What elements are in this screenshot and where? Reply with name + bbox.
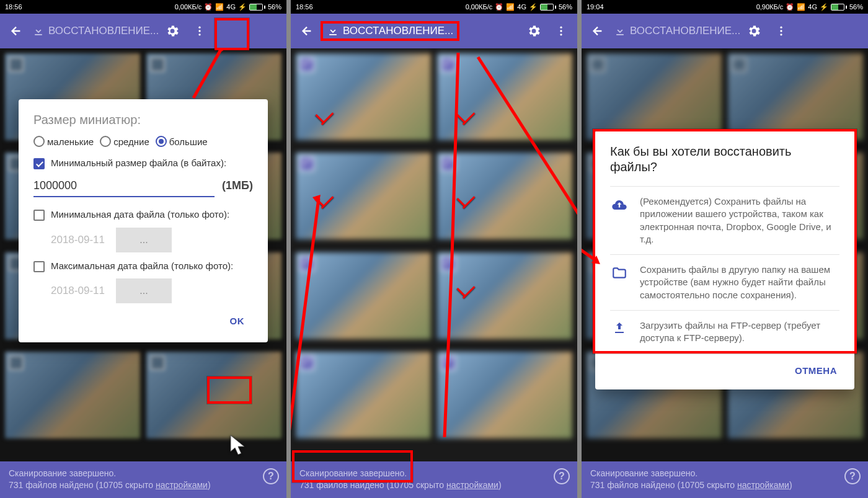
charge-icon: ⚡ [529, 3, 538, 11]
signal-icon: 4G [808, 3, 817, 11]
battery-icon [831, 4, 847, 11]
status-net: 0,00КБ/с [466, 3, 493, 11]
annotation-box-title: ВОССТАНОВЛЕНИЕ... [321, 21, 459, 41]
app-bar: ВОССТАНОВЛЕНИЕ... [582, 14, 868, 48]
footer-settings-link[interactable]: настройками [737, 480, 789, 490]
appbar-title-group[interactable]: ВОССТАНОВЛЕНИЕ... [614, 25, 740, 37]
label-maxdate: Максимальная дата файла (только фото): [51, 260, 233, 272]
overflow-button[interactable] [768, 17, 795, 45]
thumbnail-item[interactable] [296, 53, 431, 140]
alarm-icon: ⏰ [786, 3, 794, 11]
appbar-title: ВОССТАНОВЛЕНИЕ... [343, 25, 453, 37]
annotation-check [457, 195, 472, 210]
wifi-icon: 📶 [797, 3, 805, 11]
option-ftp[interactable]: Загрузить файлы на FTP-сервер (требует д… [610, 310, 839, 353]
annotation-check [316, 195, 330, 210]
radio-medium[interactable]: средние [100, 136, 149, 147]
radio-small[interactable]: маленькие [33, 136, 94, 147]
input-minsize[interactable] [33, 176, 215, 197]
annotation-check [457, 285, 472, 300]
footer-count: 731 файлов найдено [590, 480, 675, 490]
thumbnail-item[interactable] [437, 53, 572, 140]
settings-dialog: Размер миниатюр: маленькие средние больш… [19, 99, 268, 342]
overflow-button[interactable] [186, 17, 213, 45]
value-maxdate: 2018-09-11 [51, 285, 105, 297]
footer-count: 731 файлов найдено [299, 480, 384, 490]
screen-1: 18:56 0,00КБ/с ⏰ 📶 4G ⚡ 56% ВОССТАНОВЛЕН… [0, 0, 286, 498]
option-folder[interactable]: Сохранить файлы в другую папку на вашем … [610, 254, 839, 310]
battery-icon [249, 4, 265, 11]
radio-large[interactable]: большие [156, 136, 208, 147]
button-maxdate[interactable]: ... [116, 278, 172, 303]
wifi-icon: 📶 [215, 3, 224, 11]
svg-point-0 [199, 27, 201, 29]
option-cloud[interactable]: (Рекомендуется) Сохранить файлы на прило… [610, 186, 839, 254]
dialog-title: Как бы вы хотели восстановить файлы? [610, 144, 839, 175]
status-bar: 18:56 0,00КБ/с ⏰ 📶 4G ⚡ 56% [291, 0, 577, 14]
appbar-title: ВОССТАНОВЛЕНИЕ... [630, 25, 740, 37]
download-icon [614, 25, 626, 37]
option-ftp-text: Загрузить файлы на FTP-сервер (требует д… [640, 319, 839, 345]
footer-count: 731 файлов найдено [9, 480, 94, 490]
annotation-check [457, 112, 472, 127]
screen-2: 18:56 0,00КБ/с ⏰ 📶 4G ⚡ 56% ВОССТАНОВЛЕН… [291, 0, 577, 498]
checkbox-minsize[interactable] [33, 158, 45, 169]
help-button[interactable]: ? [844, 468, 861, 484]
upload-icon [610, 319, 629, 345]
settings-button[interactable] [520, 17, 547, 45]
thumbnail-item[interactable] [437, 352, 572, 438]
status-time: 19:04 [587, 3, 604, 11]
help-button[interactable]: ? [554, 468, 570, 484]
footer-settings-link[interactable]: настройками [446, 480, 498, 490]
button-mindate[interactable]: ... [116, 228, 172, 252]
footer-settings-link[interactable]: настройками [156, 480, 208, 490]
alarm-icon: ⏰ [204, 3, 213, 11]
svg-point-2 [199, 33, 201, 35]
status-time: 18:56 [296, 3, 313, 11]
battery-pct: 56% [268, 3, 281, 11]
value-mindate: 2018-09-11 [51, 234, 105, 246]
option-cloud-text: (Рекомендуется) Сохранить файлы на прило… [640, 195, 839, 246]
back-button[interactable] [2, 17, 30, 45]
cloud-upload-icon [610, 195, 629, 246]
settings-button[interactable] [740, 17, 768, 45]
thumbnail-grid [291, 48, 577, 450]
thumbnail-item[interactable] [296, 352, 431, 438]
svg-point-4 [560, 30, 562, 32]
status-net: 0,90КБ/с [756, 3, 784, 11]
label-mindate: Минимальная дата файла (только фото): [51, 208, 229, 221]
back-button[interactable] [293, 17, 321, 45]
signal-icon: 4G [226, 3, 236, 11]
folder-icon [610, 264, 629, 301]
thumbnail-item[interactable] [296, 252, 431, 339]
cancel-button[interactable]: ОТМЕНА [789, 360, 843, 381]
charge-icon: ⚡ [820, 3, 828, 11]
appbar-title-group[interactable]: ВОССТАНОВЛЕНИЕ... [32, 25, 159, 37]
appbar-title: ВОССТАНОВЛЕНИЕ... [48, 25, 159, 37]
settings-button[interactable] [159, 17, 186, 45]
status-right: 0,90КБ/с ⏰ 📶 4G ⚡ 56% [756, 3, 863, 11]
help-button[interactable]: ? [263, 468, 279, 484]
battery-pct: 56% [559, 3, 572, 11]
svg-point-6 [781, 27, 782, 29]
svg-point-8 [781, 33, 782, 35]
footer-status: Сканирование завершено. 731 файлов найде… [582, 461, 868, 498]
annotation-check [316, 112, 330, 127]
app-bar: ВОССТАНОВЛЕНИЕ... [291, 14, 577, 48]
back-button[interactable] [584, 17, 611, 45]
wifi-icon: 📶 [506, 3, 515, 11]
checkbox-mindate[interactable] [33, 210, 45, 221]
svg-point-5 [560, 33, 562, 35]
overflow-button[interactable] [547, 17, 575, 45]
app-bar: ВОССТАНОВЛЕНИЕ... [0, 14, 286, 48]
ok-button[interactable]: OK [221, 311, 254, 331]
checkbox-maxdate[interactable] [33, 261, 45, 272]
appbar-title-group[interactable]: ВОССТАНОВЛЕНИЕ... [327, 25, 453, 37]
footer-line1: Сканирование завершено. [299, 468, 569, 480]
charge-icon: ⚡ [238, 3, 247, 11]
option-folder-text: Сохранить файлы в другую папку на вашем … [640, 264, 839, 301]
screen-3: 19:04 0,90КБ/с ⏰ 📶 4G ⚡ 56% ВОССТАНОВЛЕН… [582, 0, 868, 498]
footer-line1: Сканирование завершено. [590, 468, 859, 480]
signal-icon: 4G [517, 3, 526, 11]
download-icon [32, 25, 45, 37]
